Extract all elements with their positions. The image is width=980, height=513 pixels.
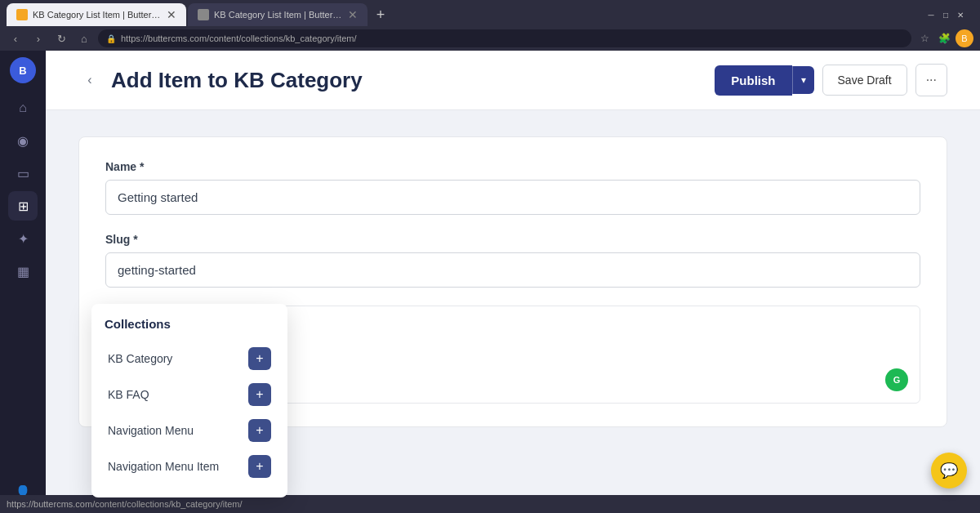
address-bar[interactable]: 🔒 https://buttercms.com/content/collecti…: [98, 29, 911, 47]
new-tab-button[interactable]: +: [369, 3, 392, 26]
more-options-button[interactable]: ···: [915, 64, 947, 96]
maximize-button[interactable]: □: [939, 8, 952, 21]
main-layout: B ⌂ ◉ ▭ ⊞ ✦ ▦ 👤 ‹ Add Item to KB Categor…: [0, 51, 980, 513]
collection-name-kb-faq: KB FAQ: [108, 388, 149, 401]
nav-bar: ‹ › ↻ ⌂ 🔒 https://buttercms.com/content/…: [0, 26, 980, 51]
grammarly-button[interactable]: G: [885, 368, 908, 391]
window-controls: ─ □ ✕: [924, 8, 973, 21]
sidebar-item-collections[interactable]: ⊞: [8, 191, 38, 221]
collection-add-nav-menu[interactable]: +: [248, 419, 271, 442]
sidebar-item-home[interactable]: ⌂: [8, 93, 38, 123]
save-draft-button[interactable]: Save Draft: [822, 65, 907, 96]
bookmark-icon[interactable]: ☆: [916, 30, 933, 47]
sidebar-item-feed[interactable]: ◉: [8, 126, 38, 155]
chat-button[interactable]: 💬: [931, 453, 967, 488]
publish-dropdown-button[interactable]: ▾: [792, 66, 814, 94]
slug-label: Slug *: [105, 233, 920, 246]
collection-item-kb-category[interactable]: KB Category +: [105, 341, 274, 377]
tab-title-1: KB Category List Item | ButterCMS: [33, 10, 162, 20]
collection-item-nav-menu[interactable]: Navigation Menu +: [105, 413, 274, 448]
tab-favicon-2: [198, 9, 209, 20]
name-label: Name *: [105, 160, 920, 173]
profile-icon[interactable]: B: [956, 29, 973, 47]
collection-item-kb-faq[interactable]: KB FAQ +: [105, 377, 274, 413]
collection-name-nav-menu-item: Navigation Menu Item: [108, 460, 219, 473]
content-area: ‹ Add Item to KB Category Publish ▾ Save…: [46, 51, 980, 513]
close-button[interactable]: ✕: [954, 8, 967, 21]
publish-btn-group: Publish ▾: [715, 65, 813, 96]
refresh-nav-button[interactable]: ↻: [52, 29, 70, 47]
status-bar: https://buttercms.com/content/collection…: [0, 495, 980, 513]
home-nav-button[interactable]: ⌂: [75, 29, 93, 47]
name-field-group: Name *: [105, 160, 920, 215]
publish-button[interactable]: Publish: [715, 65, 791, 96]
collection-add-kb-category[interactable]: +: [248, 347, 271, 370]
page-title: Add Item to KB Category: [111, 68, 363, 93]
collection-add-kb-faq[interactable]: +: [248, 383, 271, 406]
page-header: ‹ Add Item to KB Category Publish ▾ Save…: [46, 51, 980, 110]
header-right: Publish ▾ Save Draft ···: [715, 64, 947, 96]
browser-tab-2[interactable]: KB Category List Item | ButterCMS ✕: [188, 3, 368, 26]
collections-popup-title: Collections: [105, 317, 274, 331]
back-button[interactable]: ‹: [78, 69, 101, 91]
collection-item-nav-menu-item[interactable]: Navigation Menu Item +: [105, 448, 274, 484]
sidebar: B ⌂ ◉ ▭ ⊞ ✦ ▦ 👤: [0, 51, 46, 513]
avatar: B: [10, 57, 36, 83]
forward-nav-button[interactable]: ›: [29, 29, 47, 47]
collection-name-nav-menu: Navigation Menu: [108, 424, 194, 437]
back-nav-button[interactable]: ‹: [7, 29, 24, 47]
nav-right-icons: ☆ 🧩 B: [916, 29, 973, 47]
collections-popup: Collections KB Category + KB FAQ + Navig…: [91, 304, 287, 497]
lock-icon: 🔒: [106, 34, 116, 43]
header-left: ‹ Add Item to KB Category: [78, 68, 363, 93]
collection-name-kb-category: KB Category: [108, 352, 172, 365]
collection-add-nav-menu-item[interactable]: +: [248, 455, 271, 478]
slug-input[interactable]: [105, 252, 920, 288]
browser-chrome: KB Category List Item | ButterCMS ✕ KB C…: [0, 0, 980, 51]
tab-close-2[interactable]: ✕: [348, 8, 358, 21]
sidebar-item-images[interactable]: ▦: [8, 256, 38, 286]
slug-field-group: Slug *: [105, 233, 920, 288]
minimize-button[interactable]: ─: [924, 8, 938, 21]
sidebar-item-pages[interactable]: ▭: [8, 158, 38, 188]
name-input[interactable]: [105, 180, 920, 215]
tab-favicon-1: [16, 9, 28, 20]
address-text: https://buttercms.com/content/collection…: [121, 33, 903, 43]
status-url: https://buttercms.com/content/collection…: [7, 499, 243, 509]
sidebar-item-media[interactable]: ✦: [8, 224, 38, 253]
tab-title-2: KB Category List Item | ButterCMS: [214, 10, 343, 20]
tab-bar: KB Category List Item | ButterCMS ✕ KB C…: [0, 0, 980, 26]
browser-tab-1[interactable]: KB Category List Item | ButterCMS ✕: [7, 3, 186, 26]
tab-close-1[interactable]: ✕: [167, 8, 176, 21]
extensions-icon[interactable]: 🧩: [936, 30, 952, 47]
